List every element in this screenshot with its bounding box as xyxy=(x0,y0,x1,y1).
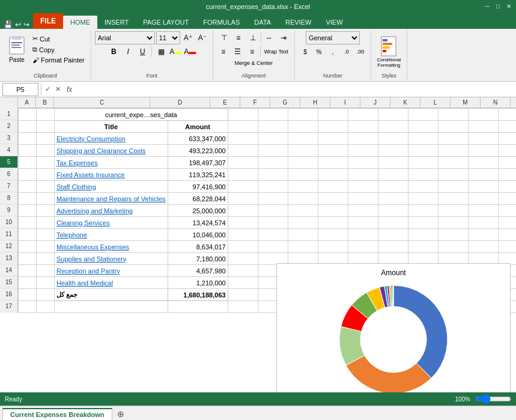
cell[interactable] xyxy=(37,241,55,253)
cell[interactable] xyxy=(228,277,258,289)
cell[interactable]: 1,210,000 xyxy=(168,277,228,289)
cell[interactable] xyxy=(258,109,288,121)
underline-button[interactable]: U xyxy=(136,45,149,58)
border-button[interactable]: ▦ xyxy=(154,45,168,58)
cell[interactable] xyxy=(438,109,468,121)
decrease-decimal-button[interactable]: .0 xyxy=(340,45,353,58)
cell[interactable] xyxy=(258,181,288,193)
close-button[interactable]: ✕ xyxy=(504,1,514,11)
cell[interactable] xyxy=(258,169,288,181)
cell[interactable]: 8,634,017 xyxy=(168,241,228,253)
italic-button[interactable]: I xyxy=(121,45,135,58)
cell[interactable] xyxy=(378,229,408,241)
cell[interactable]: Maintenance and Repairs of Vehicles xyxy=(55,193,168,205)
fill-color-button[interactable]: A▬ xyxy=(169,45,182,58)
cell[interactable] xyxy=(378,169,408,181)
text-direction-button[interactable]: ↔ xyxy=(263,31,276,44)
cell[interactable]: 198,497,307 xyxy=(168,157,228,169)
cell[interactable]: Amount xyxy=(168,121,228,133)
cell[interactable] xyxy=(258,241,288,253)
cell[interactable] xyxy=(288,145,318,157)
cell[interactable] xyxy=(348,109,378,121)
cell[interactable] xyxy=(378,121,408,133)
cell[interactable] xyxy=(37,121,55,133)
cell[interactable] xyxy=(498,205,516,217)
cell[interactable] xyxy=(258,121,288,133)
cell[interactable] xyxy=(438,157,468,169)
cell[interactable] xyxy=(168,301,228,313)
cell[interactable] xyxy=(468,193,498,205)
sheet-tab-current-expenses[interactable]: Current Expenses Breakdown xyxy=(2,408,112,420)
cell[interactable] xyxy=(19,121,37,133)
cell[interactable]: Reception and Pantry xyxy=(55,265,168,277)
cell[interactable] xyxy=(228,145,258,157)
cell[interactable] xyxy=(318,157,348,169)
cell[interactable] xyxy=(318,217,348,229)
tab-data[interactable]: DATA xyxy=(247,16,278,29)
cut-button[interactable]: ✂ Cut xyxy=(30,34,87,44)
cell[interactable] xyxy=(498,193,516,205)
cell[interactable] xyxy=(378,241,408,253)
cell[interactable]: 13,424,574 xyxy=(168,217,228,229)
align-right-button[interactable]: ≡ xyxy=(246,45,259,58)
cell[interactable] xyxy=(318,133,348,145)
cell[interactable]: Supplies and Stationery xyxy=(55,253,168,265)
quick-undo-icon[interactable]: ↩ xyxy=(15,20,21,29)
cell[interactable] xyxy=(498,145,516,157)
align-bottom-button[interactable]: ⊥ xyxy=(246,31,260,44)
tab-page-layout[interactable]: PAGE LAYOUT xyxy=(136,16,196,29)
cell[interactable] xyxy=(37,289,55,301)
cell[interactable] xyxy=(438,145,468,157)
cell[interactable] xyxy=(378,109,408,121)
cell[interactable] xyxy=(37,181,55,193)
cell[interactable] xyxy=(228,109,258,121)
cell[interactable] xyxy=(19,289,37,301)
cell[interactable] xyxy=(37,145,55,157)
cell[interactable] xyxy=(498,229,516,241)
cell[interactable] xyxy=(19,241,37,253)
indent-button[interactable]: ⇥ xyxy=(277,31,290,44)
cell[interactable] xyxy=(37,301,55,313)
cell[interactable] xyxy=(408,109,438,121)
cell[interactable]: 68,228,044 xyxy=(168,193,228,205)
cell[interactable] xyxy=(468,217,498,229)
cell[interactable]: current_expe…ses_data xyxy=(55,109,228,121)
cell[interactable] xyxy=(378,205,408,217)
cell[interactable] xyxy=(288,157,318,169)
cell[interactable] xyxy=(468,181,498,193)
tab-home[interactable]: HOME xyxy=(63,16,97,29)
cell[interactable] xyxy=(19,265,37,277)
cell[interactable] xyxy=(19,205,37,217)
cell[interactable] xyxy=(19,193,37,205)
cell[interactable] xyxy=(408,157,438,169)
cell[interactable] xyxy=(408,121,438,133)
cell[interactable] xyxy=(288,229,318,241)
cell[interactable] xyxy=(348,121,378,133)
formula-input[interactable] xyxy=(77,83,514,96)
quick-save-icon[interactable]: 💾 xyxy=(4,20,13,29)
cell[interactable] xyxy=(348,217,378,229)
cell[interactable] xyxy=(438,193,468,205)
cell[interactable]: Fixed Assets Insurance xyxy=(55,169,168,181)
cell[interactable] xyxy=(498,169,516,181)
cell[interactable] xyxy=(228,301,258,313)
cell[interactable] xyxy=(498,109,516,121)
cell[interactable] xyxy=(288,217,318,229)
cell[interactable] xyxy=(37,205,55,217)
cell[interactable]: 493,223,000 xyxy=(168,145,228,157)
align-left-button[interactable]: ≡ xyxy=(217,45,230,58)
cell[interactable] xyxy=(408,241,438,253)
cell[interactable] xyxy=(228,133,258,145)
increase-font-button[interactable]: A⁺ xyxy=(181,31,195,44)
cell[interactable] xyxy=(288,205,318,217)
cell[interactable] xyxy=(438,181,468,193)
cell[interactable] xyxy=(19,133,37,145)
cell[interactable] xyxy=(438,217,468,229)
cell[interactable] xyxy=(438,205,468,217)
cell[interactable] xyxy=(228,181,258,193)
bold-button[interactable]: B xyxy=(107,45,120,58)
currency-button[interactable]: $ xyxy=(299,45,312,58)
cell[interactable] xyxy=(37,253,55,265)
cell[interactable] xyxy=(288,181,318,193)
font-name-select[interactable]: Arial xyxy=(95,31,155,44)
